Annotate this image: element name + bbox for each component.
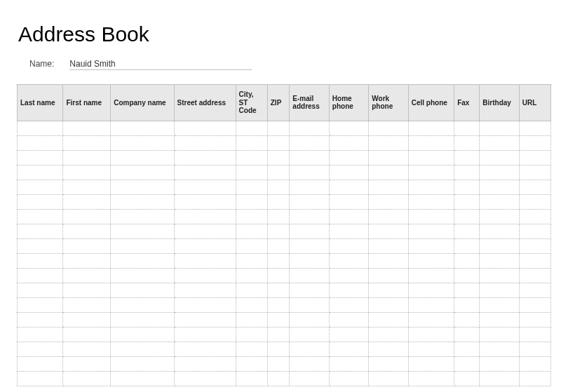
cell[interactable] (519, 209, 550, 224)
cell[interactable] (111, 135, 174, 150)
cell[interactable] (111, 312, 174, 327)
cell[interactable] (18, 253, 63, 268)
cell[interactable] (480, 121, 519, 135)
cell[interactable] (111, 150, 174, 165)
cell[interactable] (454, 283, 480, 297)
cell[interactable] (290, 356, 329, 371)
cell[interactable] (480, 224, 519, 238)
cell[interactable] (63, 180, 111, 194)
cell[interactable] (63, 283, 111, 297)
cell[interactable] (290, 342, 329, 356)
cell[interactable] (480, 342, 519, 356)
cell[interactable] (174, 209, 236, 224)
cell[interactable] (236, 165, 267, 180)
cell[interactable] (290, 327, 329, 342)
cell[interactable] (174, 238, 236, 253)
cell[interactable] (408, 194, 454, 209)
cell[interactable] (290, 165, 329, 180)
cell[interactable] (111, 253, 174, 268)
cell[interactable] (267, 327, 290, 342)
cell[interactable] (519, 150, 550, 165)
cell[interactable] (236, 356, 267, 371)
cell[interactable] (480, 297, 519, 312)
cell[interactable] (454, 238, 480, 253)
cell[interactable] (329, 209, 368, 224)
cell[interactable] (290, 371, 329, 386)
cell[interactable] (267, 194, 290, 209)
cell[interactable] (369, 180, 408, 194)
cell[interactable] (267, 180, 290, 194)
cell[interactable] (174, 150, 236, 165)
cell[interactable] (519, 194, 550, 209)
cell[interactable] (63, 327, 111, 342)
cell[interactable] (267, 342, 290, 356)
cell[interactable] (18, 312, 63, 327)
cell[interactable] (18, 150, 63, 165)
cell[interactable] (18, 327, 63, 342)
cell[interactable] (408, 209, 454, 224)
cell[interactable] (329, 312, 368, 327)
cell[interactable] (454, 268, 480, 283)
cell[interactable] (408, 135, 454, 150)
cell[interactable] (18, 238, 63, 253)
cell[interactable] (290, 224, 329, 238)
cell[interactable] (408, 342, 454, 356)
cell[interactable] (329, 283, 368, 297)
cell[interactable] (369, 238, 408, 253)
cell[interactable] (408, 268, 454, 283)
cell[interactable] (174, 283, 236, 297)
cell[interactable] (369, 209, 408, 224)
cell[interactable] (480, 356, 519, 371)
cell[interactable] (480, 135, 519, 150)
cell[interactable] (18, 135, 63, 150)
cell[interactable] (454, 165, 480, 180)
cell[interactable] (329, 253, 368, 268)
cell[interactable] (18, 180, 63, 194)
cell[interactable] (519, 253, 550, 268)
cell[interactable] (267, 121, 290, 135)
cell[interactable] (174, 342, 236, 356)
cell[interactable] (454, 224, 480, 238)
cell[interactable] (174, 121, 236, 135)
cell[interactable] (63, 224, 111, 238)
cell[interactable] (454, 135, 480, 150)
cell[interactable] (63, 268, 111, 283)
cell[interactable] (290, 312, 329, 327)
cell[interactable] (519, 180, 550, 194)
cell[interactable] (236, 194, 267, 209)
cell[interactable] (18, 356, 63, 371)
cell[interactable] (267, 312, 290, 327)
name-value[interactable]: Nauid Smith (69, 59, 252, 70)
cell[interactable] (369, 194, 408, 209)
cell[interactable] (408, 356, 454, 371)
cell[interactable] (111, 224, 174, 238)
cell[interactable] (454, 371, 480, 386)
cell[interactable] (408, 238, 454, 253)
cell[interactable] (519, 238, 550, 253)
cell[interactable] (369, 224, 408, 238)
cell[interactable] (329, 327, 368, 342)
cell[interactable] (408, 312, 454, 327)
cell[interactable] (329, 150, 368, 165)
cell[interactable] (63, 342, 111, 356)
cell[interactable] (408, 327, 454, 342)
cell[interactable] (408, 150, 454, 165)
cell[interactable] (174, 194, 236, 209)
cell[interactable] (174, 356, 236, 371)
cell[interactable] (63, 297, 111, 312)
cell[interactable] (519, 165, 550, 180)
cell[interactable] (236, 268, 267, 283)
cell[interactable] (236, 121, 267, 135)
cell[interactable] (267, 268, 290, 283)
cell[interactable] (236, 327, 267, 342)
cell[interactable] (408, 371, 454, 386)
cell[interactable] (63, 312, 111, 327)
cell[interactable] (18, 268, 63, 283)
cell[interactable] (480, 238, 519, 253)
cell[interactable] (454, 121, 480, 135)
cell[interactable] (519, 327, 550, 342)
cell[interactable] (236, 238, 267, 253)
cell[interactable] (480, 312, 519, 327)
cell[interactable] (111, 180, 174, 194)
cell[interactable] (111, 238, 174, 253)
